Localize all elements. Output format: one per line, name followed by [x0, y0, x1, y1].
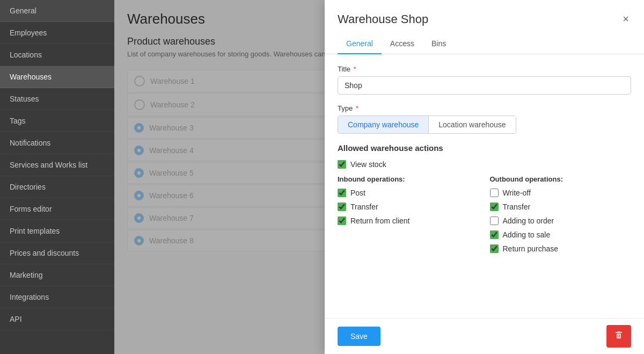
checkbox-adding-to-order[interactable]: [490, 216, 499, 225]
inbound-title: Inbound operations:: [338, 175, 479, 183]
checkbox-write-off[interactable]: [490, 189, 499, 197]
modal-overlay: Warehouse Shop × GeneralAccessBins Title…: [114, 0, 644, 354]
label-adding-to-sale: Adding to sale: [503, 230, 551, 239]
sidebar-item-warehouses[interactable]: Warehouses: [0, 66, 114, 88]
outbound-ops: Outbound operations: Write-offTransferAd…: [490, 175, 632, 258]
trash-icon: [614, 330, 624, 340]
required-star: *: [354, 65, 356, 73]
label-write-off: Write-off: [503, 189, 531, 197]
sidebar-item-api[interactable]: API: [0, 308, 114, 330]
title-input[interactable]: [338, 76, 631, 95]
checkbox-return-from-client[interactable]: [338, 216, 346, 225]
label-post: Post: [350, 189, 365, 197]
inbound-op-return-from-client: Return from client: [338, 216, 479, 225]
inbound-op-transfer-in: Transfer: [338, 203, 479, 211]
label-transfer-out: Transfer: [503, 203, 531, 211]
modal-tabs: GeneralAccessBins: [325, 34, 644, 54]
label-transfer-in: Transfer: [350, 203, 378, 211]
save-button[interactable]: Save: [338, 327, 380, 346]
warehouse-modal: Warehouse Shop × GeneralAccessBins Title…: [325, 0, 644, 354]
outbound-op-adding-to-order: Adding to order: [490, 216, 632, 225]
label-return-from-client: Return from client: [350, 216, 409, 225]
title-field-group: Title *: [338, 65, 631, 95]
title-label: Title *: [338, 65, 631, 73]
outbound-op-adding-to-sale: Adding to sale: [490, 230, 632, 239]
main-area: Warehouses Product warehouses List of co…: [114, 0, 644, 354]
delete-button[interactable]: [606, 325, 631, 348]
sidebar-item-print-templates[interactable]: Print templates: [0, 220, 114, 242]
tab-bins[interactable]: Bins: [423, 34, 455, 54]
sidebar-item-statuses[interactable]: Statuses: [0, 88, 114, 110]
modal-footer: Save: [325, 318, 644, 354]
type-btn-company[interactable]: Company warehouse: [338, 116, 428, 133]
label-return-purchase: Return purchase: [503, 244, 559, 253]
type-label: Type *: [338, 104, 631, 112]
type-btn-location[interactable]: Location warehouse: [428, 116, 515, 133]
label-adding-to-order: Adding to order: [503, 216, 554, 225]
checkbox-post[interactable]: [338, 189, 346, 197]
sidebar-item-services-works[interactable]: Services and Works list: [0, 154, 114, 176]
sidebar-item-directories[interactable]: Directories: [0, 176, 114, 198]
view-stock-row: View stock: [338, 160, 631, 169]
sidebar-item-marketing[interactable]: Marketing: [0, 264, 114, 286]
sidebar: GeneralEmployeesLocationsWarehousesStatu…: [0, 0, 114, 354]
modal-header: Warehouse Shop ×: [325, 0, 644, 27]
operations-grid: Inbound operations: PostTransferReturn f…: [338, 175, 631, 258]
allowed-actions-title: Allowed warehouse actions: [338, 143, 631, 153]
checkbox-transfer-out[interactable]: [490, 203, 499, 211]
view-stock-label: View stock: [350, 160, 386, 169]
outbound-title: Outbound operations:: [490, 175, 632, 183]
outbound-op-transfer-out: Transfer: [490, 203, 632, 211]
allowed-actions-group: Allowed warehouse actions View stock Inb…: [338, 143, 631, 258]
modal-title: Warehouse Shop: [338, 12, 428, 26]
type-buttons: Company warehouseLocation warehouse: [338, 115, 516, 134]
tab-access[interactable]: Access: [382, 34, 423, 54]
required-star: *: [356, 104, 358, 112]
sidebar-item-prices-discounts[interactable]: Prices and discounts: [0, 242, 114, 264]
sidebar-item-forms-editor[interactable]: Forms editor: [0, 198, 114, 220]
type-field-group: Type * Company warehouseLocation warehou…: [338, 104, 631, 134]
sidebar-item-general[interactable]: General: [0, 0, 114, 22]
sidebar-item-tags[interactable]: Tags: [0, 110, 114, 132]
sidebar-item-integrations[interactable]: Integrations: [0, 286, 114, 308]
tab-general[interactable]: General: [338, 34, 382, 54]
inbound-op-post: Post: [338, 189, 479, 197]
modal-body: Title * Type * Company warehouseLocation…: [325, 54, 644, 318]
sidebar-item-employees[interactable]: Employees: [0, 22, 114, 44]
close-button[interactable]: ×: [620, 11, 631, 27]
inbound-ops: Inbound operations: PostTransferReturn f…: [338, 175, 479, 258]
checkbox-adding-to-sale[interactable]: [490, 230, 499, 239]
outbound-op-return-purchase: Return purchase: [490, 244, 632, 253]
sidebar-item-notifications[interactable]: Notifications: [0, 132, 114, 154]
checkbox-transfer-in[interactable]: [338, 203, 346, 211]
checkbox-return-purchase[interactable]: [490, 244, 499, 253]
outbound-op-write-off: Write-off: [490, 189, 632, 197]
view-stock-checkbox[interactable]: [338, 160, 346, 169]
sidebar-item-locations[interactable]: Locations: [0, 44, 114, 66]
